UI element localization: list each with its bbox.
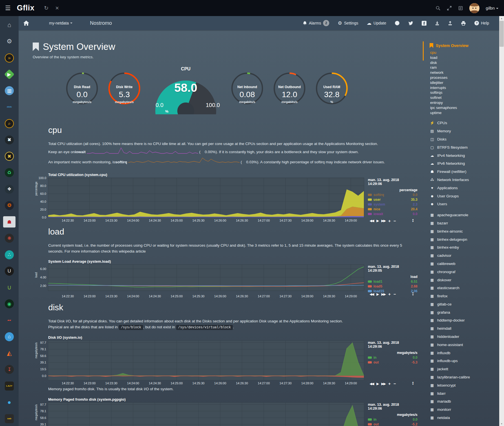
zoom-in-button[interactable]: + <box>388 218 391 223</box>
toc-header[interactable]: System Overview <box>430 43 499 48</box>
rail-app-magnifier-icon[interactable]: ⌕ <box>3 118 16 129</box>
legend-row-system[interactable]: system 2.3 <box>368 202 417 206</box>
toc-app-binhex-emby[interactable]: ▦binhex-emby <box>430 244 499 252</box>
toc-app-monitorr[interactable]: ▦monitorr <box>430 406 499 414</box>
settings-button[interactable]: ⚙ Settings <box>338 21 358 26</box>
refresh-icon[interactable]: ↻ <box>44 5 48 11</box>
toc-app-gitlab-ce[interactable]: ▦gitlab-ce <box>430 300 499 309</box>
scroll-down-arrow[interactable]: ▼ <box>499 421 504 426</box>
rail-app-pills-icon[interactable]: ▰▰ <box>3 315 16 326</box>
toc-app-binhex-delugevpn[interactable]: ▦binhex-delugevpn <box>430 236 499 244</box>
toc-item-processes[interactable]: processes <box>430 75 499 80</box>
gauge-net-inbound[interactable]: Net Inbound 0.08 megabits/s <box>226 69 268 114</box>
twitter-icon[interactable] <box>408 21 413 25</box>
toc-app-lidarr[interactable]: ▦lidarr <box>430 390 499 398</box>
toc-section-ipv6-networking[interactable]: ☁IPv6 Networking <box>430 160 499 168</box>
rail-app-chevron-icon[interactable]: » <box>3 52 16 64</box>
rail-app-blue-house-icon[interactable]: ⌂ <box>3 331 16 342</box>
toc-item-entropy[interactable]: entropy <box>430 100 499 105</box>
avatar[interactable] <box>469 3 479 13</box>
toc-item-ram[interactable]: ram <box>430 65 499 70</box>
toc-item-load[interactable]: load <box>430 55 499 60</box>
rail-app-lazy-icon[interactable]: LAZY <box>3 380 16 392</box>
rail-app-u-green-icon[interactable]: ∪ <box>3 282 16 293</box>
zoom-out-button[interactable]: − <box>394 218 396 223</box>
toc-section-memory[interactable]: ▤Memory <box>430 127 499 135</box>
fullscreen-icon[interactable] <box>447 6 452 11</box>
chart-resize-handle[interactable]: ▲▼ <box>412 292 414 296</box>
gauge-net-outbound[interactable]: Net Outbound 12.0 megabits/s <box>268 69 311 114</box>
pan-right-button[interactable]: ▶▶ <box>381 382 385 386</box>
toc-app-elasticsearch[interactable]: ▦elasticsearch <box>430 284 499 292</box>
toc-app-calibreweb[interactable]: ▦calibreweb <box>430 260 499 268</box>
toc-app-jackett[interactable]: ▦jackett <box>430 365 499 373</box>
toc-app-mariadb[interactable]: ▦mariadb <box>430 398 499 406</box>
play-button[interactable]: ▶ <box>376 292 378 296</box>
pan-left-button[interactable]: ◀◀ <box>370 219 373 223</box>
server-dropdown[interactable]: my-netdata <box>49 21 72 25</box>
changelog-icon[interactable] <box>458 6 463 11</box>
rail-app-x-yellow-icon[interactable]: ✖ <box>3 151 16 162</box>
toc-item-softnet[interactable]: softnet <box>430 95 499 100</box>
rail-app-grafana-icon[interactable]: ❂ <box>3 200 16 211</box>
rail-app-waveform-icon[interactable]: ıllıllı <box>3 101 16 113</box>
home-icon[interactable]: ⌂ <box>3 19 16 31</box>
zoom-in-button[interactable]: + <box>388 292 391 296</box>
scrollbar-thumb[interactable] <box>499 21 504 47</box>
github-icon[interactable] <box>395 21 400 26</box>
hamburger-menu-icon[interactable]: ☰ <box>5 5 11 12</box>
legend-row-in[interactable]: in 0.0 <box>368 418 417 421</box>
alarms-button[interactable]: Alarms 2 <box>303 20 330 26</box>
search-icon[interactable] <box>436 6 441 11</box>
toc-app-apacheguacamole[interactable]: ▦apacheguacamole <box>430 211 499 219</box>
toc-app-netdata[interactable]: ▦netdata <box>430 414 499 422</box>
toc-app-chronograf[interactable]: ▦chronograf <box>430 268 499 276</box>
rail-app-download-icon[interactable]: ↧ <box>3 364 16 375</box>
zoom-out-button[interactable]: − <box>394 381 396 386</box>
toc-section-firewall-netfilter-[interactable]: ☗Firewall (netfilter) <box>430 168 499 176</box>
pan-left-button[interactable]: ◀◀ <box>370 292 373 296</box>
settings-gear-icon[interactable]: ⚙ <box>3 36 16 47</box>
toc-app-firefox[interactable]: ▦firefox <box>430 292 499 300</box>
pan-left-button[interactable]: ◀◀ <box>370 382 373 386</box>
rail-app-green-circle-icon[interactable]: ◉ <box>3 298 16 309</box>
toc-item-disk[interactable]: disk <box>430 60 499 65</box>
toc-app-heimdall[interactable]: ▦heimdall <box>430 325 499 333</box>
toc-item-idlejitter[interactable]: idlejitter <box>430 80 499 85</box>
toc-section-cpus[interactable]: ⚡CPUs <box>430 119 499 127</box>
rail-app-teal-dots-icon[interactable]: ∴ <box>3 249 16 260</box>
toc-app-lazylibrarian-calibre[interactable]: ▦lazylibrarian-calibre <box>430 373 499 382</box>
gauge-disk-read[interactable]: Disk Read 0.0 megabytes/s <box>61 69 103 114</box>
facebook-icon[interactable] <box>422 21 426 26</box>
pan-right-button[interactable]: ▶▶ <box>381 292 385 296</box>
rail-app-x-white-icon[interactable]: ✖ <box>3 134 16 146</box>
print-icon[interactable] <box>461 21 466 26</box>
legend-row-user[interactable]: user 35.3 <box>368 198 417 202</box>
legend-row-out[interactable]: out -5.2 <box>368 422 417 426</box>
rail-app-fox-icon[interactable]: ◭ <box>3 347 16 359</box>
gauge-disk-write[interactable]: Disk Write 5.3 megabytes/s <box>103 69 145 114</box>
toc-app-home-assistant[interactable]: ▦home-assistant <box>430 341 499 349</box>
legend-row-load1[interactable]: load1 6.51 <box>368 280 417 284</box>
upload-icon[interactable] <box>448 21 452 26</box>
rail-app-shield-icon[interactable]: ☗ <box>3 216 16 228</box>
toc-item-cpu[interactable]: cpu <box>430 50 499 55</box>
home-icon[interactable] <box>23 20 29 26</box>
pan-right-button[interactable]: ▶▶ <box>381 219 385 223</box>
chart-plot-area[interactable] <box>48 403 364 426</box>
zoom-out-button[interactable]: − <box>394 292 396 296</box>
toc-section-applications[interactable]: ♥Applications <box>430 184 499 192</box>
rail-app-nodes-icon[interactable]: ❖ <box>3 184 16 195</box>
toc-section-btrfs-filesystem[interactable]: ▢BTRFS filesystem <box>430 144 499 152</box>
scroll-up-arrow[interactable]: ▲ <box>499 16 504 21</box>
toc-app-grafana[interactable]: ▦grafana <box>430 309 499 317</box>
toc-item-ipc-semaphores[interactable]: ipc semaphores <box>430 105 499 110</box>
toc-app-influxdb[interactable]: ▦influxdb <box>430 349 499 357</box>
legend-row-nice[interactable]: nice 20.4 <box>368 207 417 211</box>
rail-app-drop-icon[interactable]: ● <box>3 397 16 408</box>
rail-app-play-diamond-icon[interactable]: ▶ <box>3 69 16 80</box>
chart-resize-handle[interactable]: ▲▼ <box>412 218 414 222</box>
chart-plot-area[interactable] <box>48 265 364 291</box>
play-button[interactable]: ▶ <box>376 382 378 386</box>
chart-plot-area[interactable] <box>48 178 364 217</box>
